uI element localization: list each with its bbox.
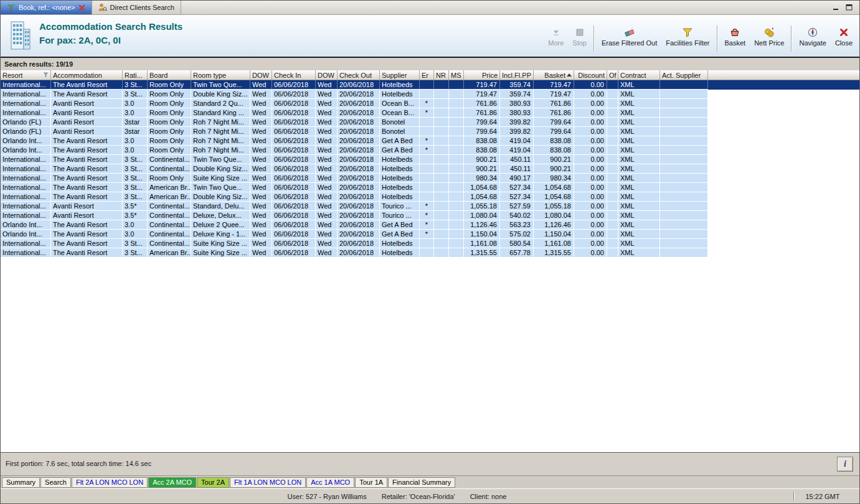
cell-dow: Wed [250, 248, 272, 258]
cell-incl-fl-pp: 575.02 [500, 230, 534, 239]
cell-basket: 719.47 [534, 90, 574, 99]
cell-price: 799.64 [464, 127, 500, 136]
table-row[interactable]: International...Avanti Resort3.0Room Onl… [1, 108, 859, 118]
column-header-price[interactable]: Price [464, 70, 500, 80]
table-row[interactable]: Orlando (FL)Avanti Resort3starRoom OnlyR… [1, 118, 859, 127]
column-header-accommodation[interactable]: Accommodation [51, 70, 123, 80]
cell-basket: 799.64 [534, 118, 574, 127]
cell-nr [434, 136, 449, 146]
bottom-tab-acc-1a-mco[interactable]: Acc 1A MCO [306, 477, 354, 488]
table-row[interactable]: Orlando Int...The Avanti Resort3.0Room O… [1, 136, 859, 146]
cell-check-out: 20/06/2018 [338, 90, 380, 99]
table-row[interactable]: International...The Avanti Resort3 St...… [1, 183, 859, 192]
table-row[interactable]: International...The Avanti Resort3 St...… [1, 174, 859, 183]
cell-er [420, 80, 434, 90]
table-row[interactable]: International...Avanti Resort3.5*Contine… [1, 202, 859, 211]
column-header-dow[interactable]: DOW [250, 70, 272, 80]
cell-er [420, 192, 434, 202]
column-header-dow[interactable]: DOW [316, 70, 338, 80]
column-header-resort[interactable]: Resort [1, 70, 51, 80]
cell-act-supplier [660, 146, 708, 155]
toolbar-button-close[interactable]: Close [831, 25, 857, 48]
column-header-incl-fl-pp[interactable]: Incl.Fl.PP [500, 70, 534, 80]
cell-room-type: Deluxe, Delux... [191, 211, 250, 220]
table-row[interactable]: Orlando (FL)Avanti Resort3starRoom OnlyR… [1, 127, 859, 136]
column-header-check-out[interactable]: Check Out [338, 70, 380, 80]
cell-board: Room Only [148, 146, 191, 155]
table-row[interactable]: International...The Avanti Resort3 St...… [1, 239, 859, 248]
cell-dow: Wed [316, 183, 338, 192]
cell-check-out: 20/06/2018 [338, 146, 380, 155]
bottom-tab-flt-1a-lon-mco-lon[interactable]: Flt 1A LON MCO LON [230, 477, 306, 488]
column-header-er[interactable]: Er [420, 70, 434, 80]
cell-rati: 3star [123, 118, 148, 127]
bottom-tab-acc-2a-mco[interactable]: Acc 2A MCO [148, 477, 196, 488]
cell-contract: XML [618, 90, 660, 99]
column-header-label: Rati... [125, 72, 143, 79]
bottom-tab-summary[interactable]: Summary [2, 477, 40, 488]
cell-board: Continental... [148, 155, 191, 164]
bottom-tab-flt-2a-lon-mco-lon[interactable]: Flt 2A LON MCO LON [72, 477, 148, 488]
cell-supplier: Hotelbeds [380, 174, 420, 183]
table-row[interactable]: International...Avanti Resort3.0Room Onl… [1, 99, 859, 108]
table-row[interactable]: International...The Avanti Resort3 St...… [1, 90, 859, 99]
column-header-basket[interactable]: Basket [534, 70, 574, 80]
column-header-contract[interactable]: Contract [618, 70, 660, 80]
cell-ms [449, 220, 464, 230]
cell-discount: 0.00 [574, 146, 607, 155]
minimize-button[interactable] [831, 2, 841, 12]
column-header-room-type[interactable]: Room type [191, 70, 250, 80]
cell-rati: 3.5* [123, 202, 148, 211]
cell-rati: 3.0 [123, 99, 148, 108]
toolbar-button-erase-filtered-out[interactable]: Erase Filtered Out [597, 25, 661, 48]
bottom-tab-search[interactable]: Search [40, 477, 71, 488]
cell-board: Room Only [148, 136, 191, 146]
cell-price: 1,150.04 [464, 230, 500, 239]
column-header-check-in[interactable]: Check In [272, 70, 316, 80]
cell-ms [449, 118, 464, 127]
table-row[interactable]: International...Avanti Resort3.5*Contine… [1, 211, 859, 220]
page-header: Accommodation Search Results For pax: 2A… [1, 15, 859, 57]
table-row[interactable]: International...The Avanti Resort3 St...… [1, 164, 859, 174]
bottom-tab-financial-summary[interactable]: Financial Summary [388, 477, 455, 488]
cell-basket: 761.86 [534, 108, 574, 118]
toolbar-separator [593, 26, 595, 52]
table-row[interactable]: International...The Avanti Resort3 St...… [1, 248, 859, 258]
table-row[interactable]: Orlando Int...The Avanti Resort3.0Contin… [1, 220, 859, 230]
cell-act-supplier [660, 90, 708, 99]
column-header-discount[interactable]: Discount [574, 70, 607, 80]
cell-of [607, 230, 618, 239]
toolbar-button-basket[interactable]: Basket [721, 25, 750, 48]
table-row[interactable]: International...The Avanti Resort3 St...… [1, 192, 859, 202]
table-row[interactable]: International...The Avanti Resort3 St...… [1, 80, 859, 90]
cell-room-type: Twin Two Que... [191, 183, 250, 192]
cell-er [420, 239, 434, 248]
tab-book-ref[interactable]: Book, ref.: <none> [1, 1, 92, 14]
column-header-act-supplier[interactable]: Act. Supplier [660, 70, 708, 80]
column-header-board[interactable]: Board [148, 70, 191, 80]
cell-ms [449, 80, 464, 90]
toolbar-button-nett-price[interactable]: Nett Price [750, 25, 788, 48]
tab-direct-clients-search[interactable]: Direct Clients Search [92, 1, 181, 14]
table-row[interactable]: Orlando Int...The Avanti Resort3.0Room O… [1, 146, 859, 155]
table-row[interactable]: Orlando Int...The Avanti Resort3.0Contin… [1, 230, 859, 239]
column-header-rati[interactable]: Rati... [123, 70, 148, 80]
cell-room-type: Roh 7 Night Mi... [191, 136, 250, 146]
column-header-ms[interactable]: MS [449, 70, 464, 80]
cell-of [607, 99, 618, 108]
cell-board: Room Only [148, 99, 191, 108]
cell-of [607, 174, 618, 183]
info-button[interactable]: i [837, 457, 853, 472]
maximize-button[interactable] [844, 2, 854, 12]
bottom-tab-tour-1a[interactable]: Tour 1A [355, 477, 387, 488]
column-header-of[interactable]: Of [607, 70, 618, 80]
cell-supplier: Hotelbeds [380, 239, 420, 248]
cell-check-out: 20/06/2018 [338, 174, 380, 183]
toolbar-button-navigate[interactable]: Navigate [795, 25, 830, 48]
column-header-nr[interactable]: NR [434, 70, 449, 80]
column-header-supplier[interactable]: Supplier [380, 70, 420, 80]
bottom-tab-tour-2a[interactable]: Tour 2A [197, 477, 229, 488]
tab-close-icon[interactable] [78, 4, 85, 11]
toolbar-button-facilities-filter[interactable]: Facilities Filter [661, 25, 714, 48]
table-row[interactable]: International...The Avanti Resort3 St...… [1, 155, 859, 164]
